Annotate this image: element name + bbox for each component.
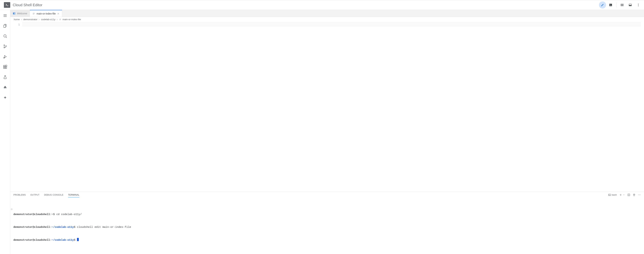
- kill-terminal-button[interactable]: [633, 193, 636, 196]
- panel-more-button[interactable]: [638, 193, 641, 196]
- open-editor-button[interactable]: [599, 2, 606, 9]
- svg-rect-18: [608, 194, 611, 196]
- dirty-indicator-icon: [11, 208, 12, 210]
- file-icon: [32, 12, 35, 15]
- open-terminal-button[interactable]: [607, 2, 614, 9]
- source-control-button[interactable]: [3, 44, 8, 49]
- editor-tab-bar: Welcome main-or-index-file: [10, 10, 644, 17]
- breadcrumb: home › demonstrator › codelab-o11y › mai…: [10, 17, 644, 22]
- preview-button[interactable]: [618, 2, 626, 9]
- app-header: Cloud Shell Editor: [0, 0, 644, 10]
- line-number: 1: [14, 23, 20, 27]
- panel-controls: bash: [608, 193, 641, 196]
- cloud-code-button[interactable]: [3, 85, 8, 90]
- svg-point-5: [638, 4, 639, 4]
- svg-rect-13: [4, 65, 5, 67]
- svg-rect-16: [6, 65, 7, 67]
- extensions-button[interactable]: [3, 64, 8, 69]
- breadcrumb-home[interactable]: home: [14, 18, 20, 21]
- terminal-line: demonstrator@cloudshell:~/codelab-o11y$ …: [14, 225, 641, 229]
- svg-rect-17: [13, 12, 14, 14]
- svg-rect-1: [621, 4, 623, 6]
- svg-point-20: [638, 195, 639, 195]
- svg-rect-14: [4, 67, 5, 68]
- terminal-view[interactable]: demonstrator@cloudshell:~$ cd codelab-o1…: [10, 198, 644, 254]
- terminal-cursor: [77, 238, 79, 241]
- search-button[interactable]: [3, 34, 8, 39]
- code-line[interactable]: [22, 22, 641, 26]
- terminal-line: demonstrator@cloudshell:~/codelab-o11y$: [14, 238, 641, 242]
- terminal-icon: [608, 193, 611, 196]
- terminal-profile-select[interactable]: bash: [608, 193, 617, 196]
- breadcrumb-codelab[interactable]: codelab-o11y: [41, 18, 55, 21]
- header-actions: [599, 2, 642, 9]
- svg-rect-4: [629, 5, 632, 6]
- code-area[interactable]: [22, 22, 641, 192]
- editor-region: Welcome main-or-index-file home › demons…: [10, 10, 644, 254]
- ellipsis-icon: [638, 193, 641, 196]
- plus-icon: [619, 193, 622, 196]
- menu-button[interactable]: [3, 13, 8, 18]
- new-terminal-button[interactable]: [619, 193, 625, 196]
- shell-label: bash: [612, 194, 617, 196]
- svg-point-22: [640, 195, 640, 195]
- panel-tab-problems[interactable]: PROBLEMS: [14, 193, 26, 197]
- breadcrumb-file[interactable]: main-or-index-file: [59, 18, 81, 21]
- tab-file[interactable]: main-or-index-file: [30, 10, 62, 17]
- split-terminal-button[interactable]: [628, 193, 630, 196]
- file-icon: [59, 18, 62, 21]
- panel-tab-output[interactable]: OUTPUT: [30, 193, 40, 197]
- welcome-icon: [13, 12, 16, 15]
- svg-point-7: [638, 6, 639, 6]
- main-region: Welcome main-or-index-file home › demons…: [0, 10, 644, 254]
- panel-tab-bar: PROBLEMS OUTPUT DEBUG CONSOLE TERMINAL b…: [10, 192, 644, 198]
- svg-point-21: [639, 195, 640, 195]
- trash-icon: [633, 193, 636, 196]
- chevron-right-icon: ›: [21, 18, 22, 21]
- testing-button[interactable]: [3, 75, 8, 80]
- svg-rect-0: [610, 4, 612, 6]
- activity-bar: [0, 10, 10, 254]
- tab-file-label: main-or-index-file: [36, 12, 56, 15]
- line-gutter: 1: [14, 22, 22, 192]
- split-icon: [628, 193, 630, 196]
- chevron-down-icon: [623, 194, 625, 196]
- tab-welcome-label: Welcome: [17, 12, 27, 15]
- chevron-right-icon: ›: [57, 18, 58, 21]
- close-icon[interactable]: [57, 12, 60, 15]
- panel-tab-debug[interactable]: DEBUG CONSOLE: [44, 193, 64, 197]
- terminal-line: demonstrator@cloudshell:~$ cd codelab-o1…: [14, 212, 641, 217]
- explorer-button[interactable]: [3, 23, 8, 28]
- breadcrumb-demonstrator[interactable]: demonstrator: [23, 18, 38, 21]
- svg-point-6: [638, 5, 639, 5]
- chevron-right-icon: ›: [39, 18, 40, 21]
- app-title: Cloud Shell Editor: [13, 3, 42, 7]
- run-debug-button[interactable]: [3, 54, 8, 59]
- svg-rect-15: [5, 67, 7, 68]
- tab-welcome[interactable]: Welcome: [10, 10, 30, 17]
- editor-body: 1: [10, 22, 644, 192]
- panel-tab-terminal[interactable]: TERMINAL: [68, 193, 80, 197]
- cloudshell-logo-icon: [4, 2, 10, 8]
- more-menu-button[interactable]: [635, 2, 642, 9]
- ai-assistant-button[interactable]: [3, 95, 8, 100]
- header-divider: [616, 3, 616, 8]
- open-in-new-window-button[interactable]: [627, 2, 634, 9]
- bottom-panel: PROBLEMS OUTPUT DEBUG CONSOLE TERMINAL b…: [10, 192, 644, 254]
